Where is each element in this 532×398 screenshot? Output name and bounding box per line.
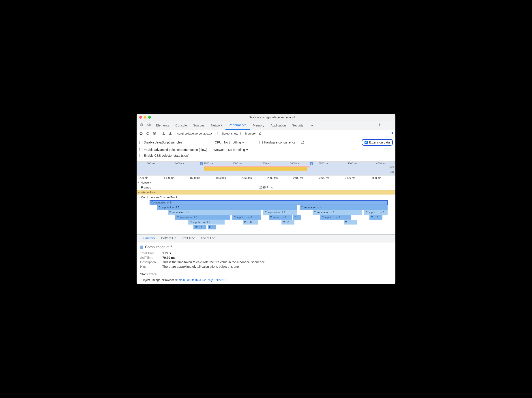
expand-icon[interactable]: ▶ (138, 181, 140, 184)
traffic-lights (139, 116, 151, 119)
flame-bar[interactable]: Co…1 (193, 225, 206, 229)
css-stats-toggle[interactable]: Enable CSS selector stats (slow) (139, 154, 190, 157)
flame-bar[interactable]: C… (293, 215, 301, 220)
tab-performance[interactable]: Performance (225, 121, 250, 130)
total-time-label: Total Time (140, 251, 159, 255)
svg-rect-7 (260, 133, 261, 134)
flame-bar[interactable]: Computation of 4 (300, 205, 388, 210)
frames-track[interactable]: Frames2085.7 ms (137, 185, 395, 190)
clear-icon[interactable] (152, 131, 157, 136)
disable-js-toggle[interactable]: Disable JavaScript samples (139, 141, 182, 144)
flame-bar[interactable]: Comput…n of 2 (364, 210, 388, 215)
detail-tabs: Summary Bottom-Up Call Tree Event Log (137, 234, 395, 242)
flame-bar[interactable]: C…0 (344, 220, 357, 225)
flame-bar[interactable]: Computation of 4 (168, 210, 261, 215)
tab-security[interactable]: Security (289, 121, 307, 129)
maximize-window-icon[interactable] (148, 116, 151, 119)
kebab-icon[interactable]: ⋮ (385, 121, 392, 130)
network-throttling-select[interactable]: No throttling▾ (228, 148, 248, 152)
tab-application[interactable]: Application (267, 121, 289, 129)
gc-icon[interactable] (258, 131, 262, 136)
gear-icon[interactable] (376, 121, 383, 130)
svg-rect-1 (148, 124, 150, 125)
hint-label: Hint (140, 265, 159, 268)
cpu-throttling-select[interactable]: No throttling▾ (224, 141, 244, 144)
self-time-value: 70.70 ms (162, 256, 176, 259)
screenshots-toggle[interactable]: Screenshots (217, 132, 238, 135)
range-handle-left[interactable]: || (200, 162, 203, 165)
tab-elements[interactable]: Elements (153, 121, 172, 129)
frames-value: 2085.7 ms (259, 186, 273, 189)
flame-bar[interactable]: C… (208, 225, 216, 229)
separator (215, 131, 215, 135)
flame-chart[interactable]: Computation of 6 Computation of 5 Comput… (137, 200, 395, 234)
inspect-icon[interactable] (138, 121, 146, 130)
svg-line-6 (154, 133, 155, 134)
tab-event-log[interactable]: Event Log (198, 235, 219, 242)
interactions-track[interactable]: ▶Interactions (137, 190, 395, 195)
flame-bar[interactable]: Co…1 (369, 215, 382, 220)
separator (175, 131, 175, 135)
range-handle-right[interactable]: || (310, 162, 313, 165)
total-time-value: 1.79 s (162, 251, 171, 255)
record-icon[interactable] (139, 131, 143, 136)
flame-bar[interactable]: Co…0 (243, 220, 258, 225)
capture-settings-icon[interactable] (390, 131, 393, 136)
hw-concurrency-input[interactable] (300, 140, 310, 145)
description-value: This is the time taken to calculate the … (162, 260, 265, 264)
flame-bar[interactable]: C…0 (281, 220, 294, 225)
recording-selector[interactable]: corgi-collage.vercel.app…▾ (177, 132, 212, 135)
stack-frame: injectTimingsToBrowser @ main.2358fe1b2c… (140, 278, 392, 282)
time-ruler: 1200 ms1400 ms1600 ms1800 ms2000 ms2200 … (137, 176, 395, 180)
tab-network[interactable]: Network (208, 121, 225, 129)
hw-concurrency-toggle[interactable]: Hardware concurrency (260, 141, 296, 144)
flame-bar[interactable]: Comput…n of 2 (320, 215, 352, 220)
collapse-icon[interactable]: ▼ (138, 196, 140, 199)
upload-icon[interactable] (161, 131, 166, 136)
self-time-label: Self Time (140, 256, 159, 259)
overview-ticks: 500 ms1000 ms1500 ms2000 ms2500 ms3000 m… (137, 162, 395, 165)
perf-toolbar: corgi-collage.vercel.app…▾ Screenshots M… (137, 130, 395, 137)
flame-bar[interactable]: Computa…n of 2 (188, 220, 225, 225)
extension-data-toggle[interactable]: Extension data (362, 139, 393, 146)
flame-bar[interactable]: Compu… of 2 (269, 215, 292, 220)
tab-memory[interactable]: Memory (250, 121, 268, 129)
flame-bar[interactable]: Computation of 6 (150, 200, 388, 205)
svg-point-4 (140, 132, 142, 135)
flame-bar[interactable]: Computation of 3 (263, 210, 297, 215)
capture-settings: Disable JavaScript samples CPU: No throt… (137, 137, 395, 162)
flame-bar[interactable]: Computation of 5 (157, 205, 297, 210)
summary-panel: Computation of 6 Total Time1.79 s Self T… (137, 242, 395, 284)
tabs-overflow-icon[interactable]: ≫ (307, 121, 316, 129)
source-link[interactable]: main.2358fe1b2c80297b.js:1:122716 (178, 278, 226, 282)
overview-labels: CPU NET (390, 166, 394, 174)
flame-bar[interactable]: Computation of 3 (313, 210, 362, 215)
stack-trace: Stack Trace injectTimingsToBrowser @ mai… (140, 272, 392, 282)
svg-point-3 (379, 125, 380, 125)
separator (159, 131, 159, 135)
network-track[interactable]: ▶Network (137, 180, 395, 185)
expand-icon[interactable]: ▶ (138, 191, 140, 194)
device-icon[interactable] (146, 121, 153, 130)
paint-instrumentation-toggle[interactable]: Enable advanced paint instrumentation (s… (139, 148, 207, 152)
tab-console[interactable]: Console (172, 121, 190, 129)
reload-icon[interactable] (146, 131, 150, 136)
window-title: DevTools - corgi-collage.vercel.app/ (151, 115, 393, 119)
flame-bar[interactable]: Computation of 3 (175, 215, 230, 220)
memory-toggle[interactable]: Memory (241, 132, 256, 135)
timeline-overview[interactable]: 500 ms1000 ms1500 ms2000 ms2500 ms3000 m… (137, 162, 395, 176)
cpu-label: CPU: (215, 141, 222, 144)
tab-summary[interactable]: Summary (138, 235, 158, 242)
download-icon[interactable] (168, 131, 173, 136)
close-window-icon[interactable] (139, 116, 142, 119)
panel-tabs: Elements Console Sources Network Perform… (137, 121, 395, 130)
tab-sources[interactable]: Sources (190, 121, 208, 129)
minimize-window-icon[interactable] (144, 116, 146, 119)
tab-call-tree[interactable]: Call Tree (179, 235, 198, 242)
tab-bottom-up[interactable]: Bottom-Up (158, 235, 179, 242)
corgi-track-header[interactable]: ▼Corgi track — Custom Track (137, 195, 395, 200)
flame-bar[interactable]: Comput…n of 2 (232, 215, 261, 220)
devtools-window: DevTools - corgi-collage.vercel.app/ Ele… (137, 114, 395, 284)
title-bar: DevTools - corgi-collage.vercel.app/ (137, 114, 395, 121)
hint-value: There are approximately 15 calculations … (162, 265, 239, 268)
